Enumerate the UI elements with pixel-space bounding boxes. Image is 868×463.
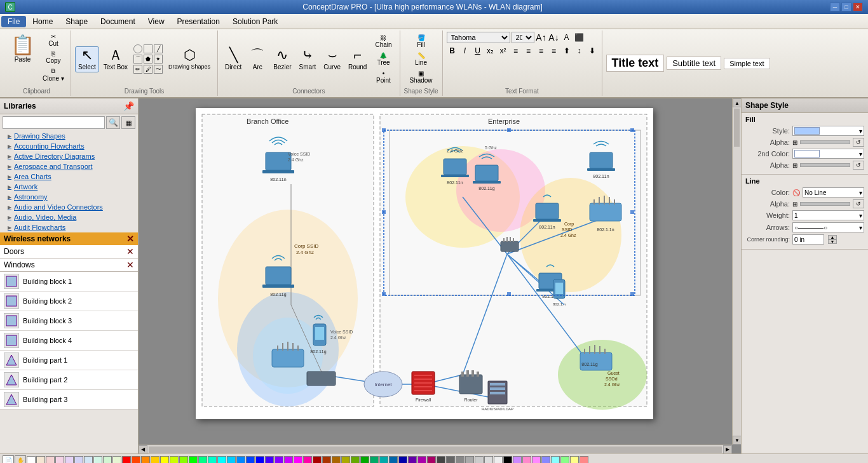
swatch-32[interactable]: [389, 456, 398, 464]
swatch-33[interactable]: [398, 456, 407, 464]
canvas-area[interactable]: Branch Office Enterprise: [139, 98, 741, 453]
swatch-26[interactable]: [332, 456, 341, 464]
align-left-btn[interactable]: ≡: [510, 45, 522, 57]
drawing-shapes-button[interactable]: ⬡ Drawing Shapes: [165, 46, 214, 72]
highlight-btn[interactable]: ⬛: [574, 32, 585, 43]
clone-button[interactable]: ⧉ Clone ▾: [40, 66, 67, 83]
swatch-48[interactable]: [551, 456, 560, 464]
swatch-27[interactable]: [341, 456, 350, 464]
shape-building-part-1[interactable]: Building part 1: [0, 351, 138, 370]
swatch-46[interactable]: [532, 456, 541, 464]
fill-alpha-slider[interactable]: [800, 140, 850, 144]
doors-close[interactable]: ✕: [126, 246, 134, 257]
swatch-36[interactable]: [427, 456, 436, 464]
page-icon[interactable]: 📄: [3, 455, 14, 464]
swatch-21[interactable]: [275, 456, 283, 464]
grow-font-btn[interactable]: A↑: [536, 32, 547, 43]
corner-stepper[interactable]: ▲ ▼: [828, 235, 837, 244]
swatch-25[interactable]: [322, 456, 331, 464]
align-justify-btn[interactable]: ≡: [548, 45, 560, 57]
swatch-8[interactable]: [103, 456, 112, 464]
align-bottom-btn[interactable]: ⬇: [587, 45, 598, 57]
windows-close[interactable]: ✕: [126, 260, 134, 270]
close-btn[interactable]: ✕: [853, 3, 863, 11]
second-alpha-slider[interactable]: [800, 163, 850, 167]
menu-presentation[interactable]: Presentation: [171, 16, 226, 27]
maximize-btn[interactable]: □: [841, 3, 851, 11]
window-controls[interactable]: ─ □ ✕: [830, 3, 863, 11]
font-size-select[interactable]: 20: [512, 32, 534, 43]
shape-building-block-1[interactable]: Building block 1: [0, 272, 138, 292]
scroll-up-btn[interactable]: ▲: [733, 98, 741, 107]
minimize-btn[interactable]: ─: [830, 3, 840, 11]
swatch-2[interactable]: [46, 456, 55, 464]
align-middle-btn[interactable]: ↕: [574, 45, 585, 57]
chain-button[interactable]: ⛓ Chain: [372, 33, 394, 50]
windows-group[interactable]: Windows ✕: [0, 258, 138, 272]
swatch-18[interactable]: [236, 456, 245, 464]
swatch-24[interactable]: [313, 456, 322, 464]
search-input[interactable]: [3, 116, 105, 129]
align-right-btn[interactable]: ≡: [536, 45, 547, 57]
menu-shape[interactable]: Shape: [59, 16, 94, 27]
tree-button[interactable]: 🌲 Tree: [372, 51, 394, 67]
lib-area-charts[interactable]: Area Charts: [0, 171, 138, 182]
swatch-red[interactable]: [122, 456, 131, 464]
vertical-scrollbar[interactable]: ▲ ▼: [732, 98, 741, 445]
font-color-btn[interactable]: A: [561, 32, 573, 43]
swatch-1[interactable]: [36, 456, 45, 464]
line-weight-dropdown[interactable]: 1 ▾: [792, 210, 864, 220]
swatch-3[interactable]: [55, 456, 64, 464]
shrink-font-btn[interactable]: A↓: [548, 32, 560, 43]
swatch-34[interactable]: [408, 456, 417, 464]
copy-button[interactable]: ⎘ Copy: [40, 49, 67, 65]
fill-button[interactable]: 🪣 Fill: [407, 33, 435, 50]
line-button[interactable]: 📏 Line: [407, 51, 435, 67]
underline-btn[interactable]: U: [472, 45, 484, 57]
swatch-22[interactable]: [284, 456, 293, 464]
arc-draw-tool[interactable]: ⌒: [133, 55, 142, 64]
swatch-7[interactable]: [93, 456, 102, 464]
scroll-right-btn[interactable]: ▶: [723, 445, 732, 454]
title-style-btn[interactable]: Title text: [606, 55, 665, 72]
wireless-networks-group[interactable]: Wireless networks ✕: [0, 232, 138, 245]
swatch-11[interactable]: [141, 456, 150, 464]
subtitle-style-btn[interactable]: Subtitle text: [667, 57, 721, 70]
diagram-canvas[interactable]: Branch Office Enterprise: [196, 108, 653, 419]
swatch-19[interactable]: [246, 456, 255, 464]
round-button[interactable]: ⌐ Round: [345, 46, 370, 72]
swatch-39[interactable]: [456, 456, 465, 464]
simple-style-btn[interactable]: Simple text: [724, 58, 770, 69]
swatch-50[interactable]: [570, 456, 579, 464]
lib-aerospace[interactable]: Aerospace and Transport: [0, 161, 138, 171]
horizontal-scrollbar[interactable]: ◀ ▶: [139, 445, 732, 453]
lib-drawing-shapes[interactable]: Drawing Shapes: [0, 131, 138, 141]
menu-document[interactable]: Document: [94, 16, 142, 27]
swatch-49[interactable]: [560, 456, 569, 464]
shadow-button[interactable]: ▣ Shadow: [407, 69, 435, 85]
fill-alpha-reset[interactable]: ↺: [853, 138, 864, 147]
swatch-37[interactable]: [437, 456, 445, 464]
point-button[interactable]: • Point: [372, 69, 394, 85]
font-name-select[interactable]: Tahoma: [447, 32, 510, 43]
shape-building-part-3[interactable]: Building part 3: [0, 390, 138, 410]
arrows-dropdown[interactable]: ○————○ ▾: [792, 222, 864, 232]
lib-accounting-flowcharts[interactable]: Accounting Flowcharts: [0, 141, 138, 151]
menu-file[interactable]: File: [1, 16, 26, 27]
corner-down[interactable]: ▼: [828, 239, 837, 244]
spline-tool[interactable]: 〜: [154, 65, 163, 74]
swatch-17[interactable]: [227, 456, 236, 464]
scroll-down-btn[interactable]: ▼: [733, 436, 741, 445]
view-mode-button[interactable]: ▦: [121, 116, 135, 129]
swatch-blue[interactable]: [255, 456, 264, 464]
line-tool[interactable]: ╱: [154, 44, 163, 53]
scroll-left-btn[interactable]: ◀: [139, 445, 147, 454]
swatch-47[interactable]: [541, 456, 550, 464]
swatch-44[interactable]: [513, 456, 522, 464]
line-color-dropdown[interactable]: No Line ▾: [803, 187, 864, 198]
swatch-magenta[interactable]: [294, 456, 302, 464]
lib-astronomy[interactable]: Astronomy: [0, 192, 138, 202]
swatch-white[interactable]: [27, 456, 36, 464]
swatch-5[interactable]: [74, 456, 83, 464]
swatch-31[interactable]: [379, 456, 388, 464]
